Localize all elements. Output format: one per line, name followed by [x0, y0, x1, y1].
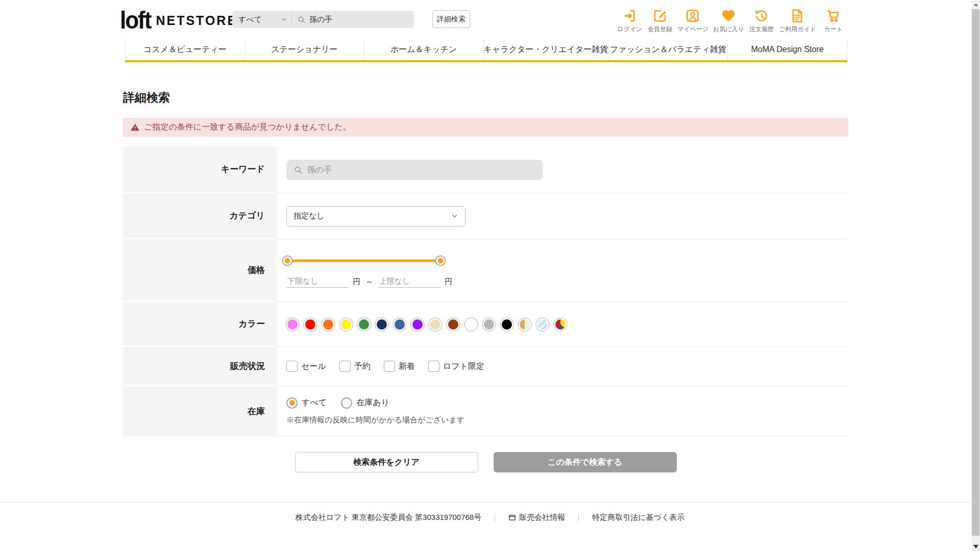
color-swatch-pink[interactable]	[286, 318, 299, 331]
chevron-down-icon	[280, 16, 287, 23]
sales-status-label: 販売状況	[123, 347, 277, 386]
favorites-link[interactable]: お気に入り	[713, 7, 744, 34]
login-link[interactable]: ログイン	[617, 7, 643, 34]
window-icon	[508, 514, 516, 521]
price-slider-handle-max[interactable]	[436, 257, 445, 265]
price-range-slider	[287, 254, 440, 267]
color-swatch-gray[interactable]	[483, 318, 495, 331]
nav-item-fashion[interactable]: ファッション＆バラエティ雑貨	[608, 39, 727, 60]
login-icon	[622, 7, 638, 23]
mypage-label: マイページ	[677, 25, 708, 34]
page-title: 詳細検索	[123, 90, 848, 106]
form-row-stock: 在庫 すべて 在庫あり ※在庫情報の反映に時間がかかる場合がございます	[123, 386, 848, 436]
register-label: 会員登録	[648, 25, 672, 34]
radio-stock-available[interactable]: 在庫あり	[341, 397, 389, 409]
scrollbar[interactable]	[971, 0, 980, 551]
stock-note: ※在庫情報の反映に時間がかかる場合がございます	[286, 415, 848, 425]
color-swatch-white[interactable]	[465, 318, 477, 331]
checkbox-new-arrival[interactable]: 新着	[384, 361, 415, 372]
search-with-conditions-button[interactable]: この条件で検索する	[494, 452, 677, 472]
mypage-link[interactable]: マイページ	[677, 7, 708, 34]
main-content: 詳細検索 ご指定の条件に一致する商品が見つかりませんでした。 キーワード	[123, 62, 848, 472]
price-max-input[interactable]	[378, 276, 440, 288]
category-label: カテゴリ	[123, 193, 277, 239]
footer-separator	[495, 514, 495, 521]
color-swatch-brown[interactable]	[447, 318, 459, 331]
keyword-field	[286, 160, 543, 180]
checkbox-sale-label: セール	[301, 361, 326, 372]
price-range-separator: ～	[365, 277, 373, 287]
radio-stock-all[interactable]: すべて	[286, 397, 327, 409]
form-row-category: カテゴリ 指定なし	[123, 193, 848, 239]
color-swatch-purple[interactable]	[411, 318, 424, 331]
nav-item-cosme[interactable]: コスメ＆ビューティー	[125, 39, 244, 60]
cart-link[interactable]: カート	[821, 7, 846, 34]
form-row-sales-status: 販売状況 セール 予約 新着	[123, 347, 848, 386]
form-row-price: 価格 円 ～ 円	[123, 239, 848, 302]
form-row-keyword: キーワード	[123, 146, 848, 193]
checkbox-reservation[interactable]: 予約	[339, 361, 371, 372]
order-history-icon	[754, 7, 769, 23]
site-header: loft NETSTORE すべて 詳細検索	[0, 0, 980, 39]
category-nav: コスメ＆ビューティー ステーショナリー ホーム＆キッチン キャラクター・クリエイ…	[125, 39, 847, 62]
price-min-input[interactable]	[286, 276, 349, 288]
checkbox-loft-limited[interactable]: ロフト限定	[428, 361, 484, 372]
guide-document-icon	[790, 7, 805, 23]
form-buttons: 検索条件をクリア この条件で検索する	[123, 452, 848, 472]
checkbox-box	[428, 361, 439, 372]
loft-logo[interactable]: loft NETSTORE	[120, 9, 237, 32]
category-select[interactable]: 指定なし	[286, 206, 465, 227]
scrollbar-thumb[interactable]	[972, 9, 979, 536]
color-swatch-blue[interactable]	[394, 318, 406, 331]
chevron-down-icon	[451, 212, 458, 220]
nav-item-moma[interactable]: MoMA Design Store	[727, 39, 847, 60]
color-swatches	[286, 318, 848, 331]
footer-company-info-link[interactable]: 販売会社情報	[508, 513, 565, 522]
clear-conditions-button[interactable]: 検索条件をクリア	[295, 452, 478, 472]
color-swatch-yellow[interactable]	[340, 318, 352, 331]
scroll-down-arrow-icon[interactable]	[973, 545, 978, 548]
guide-link[interactable]: ご利用ガイド	[779, 7, 816, 34]
search-category-select[interactable]: すべて	[232, 11, 291, 28]
form-row-color: カラー	[123, 302, 848, 347]
color-swatch-green[interactable]	[358, 318, 370, 331]
nav-item-stationery[interactable]: ステーショナリー	[244, 39, 364, 60]
error-message: ご指定の条件に一致する商品が見つかりませんでした。	[144, 122, 351, 133]
color-swatch-multicolor[interactable]	[554, 318, 567, 331]
checkbox-sale[interactable]: セール	[286, 361, 326, 372]
price-slider-track	[287, 260, 440, 262]
search-icon	[297, 15, 306, 24]
footer-legal-link[interactable]: 特定商取引法に基づく表示	[592, 513, 684, 522]
logo-loft-text: loft	[120, 8, 151, 33]
footer-company-text: 株式会社ロフト 東京都公安委員会 第303319700768号	[296, 513, 482, 522]
checkbox-new-arrival-label: 新着	[399, 361, 415, 372]
nav-item-home-kitchen[interactable]: ホーム＆キッチン	[364, 39, 483, 60]
color-swatch-gold-silver[interactable]	[519, 318, 531, 331]
color-swatch-black[interactable]	[501, 318, 513, 331]
checkbox-box	[286, 361, 298, 372]
scroll-up-arrow-icon[interactable]	[973, 3, 978, 6]
nav-item-character[interactable]: キャラクター・クリエイター雑貨	[483, 39, 608, 60]
header-search-bar: すべて	[232, 11, 414, 28]
color-swatch-orange[interactable]	[322, 318, 334, 331]
order-history-link[interactable]: 注文履歴	[749, 7, 774, 34]
color-swatch-red[interactable]	[304, 318, 316, 331]
footer-legal-label: 特定商取引法に基づく表示	[592, 513, 684, 522]
header-search-input[interactable]	[309, 15, 406, 24]
register-link[interactable]: 会員登録	[647, 7, 673, 34]
color-swatch-navy[interactable]	[376, 318, 388, 331]
color-swatch-clear[interactable]	[536, 318, 549, 331]
header-quick-links: ログイン 会員登録 マイページ	[617, 7, 846, 34]
warning-triangle-icon	[130, 122, 140, 132]
cart-icon	[826, 7, 841, 23]
site-footer: 株式会社ロフト 東京都公安委員会 第303319700768号 販売会社情報 特…	[0, 502, 980, 522]
radio-button-selected	[286, 397, 298, 409]
keyword-input[interactable]	[307, 165, 543, 174]
detail-search-button[interactable]: 詳細検索	[432, 10, 470, 28]
favorites-label: お気に入り	[713, 25, 744, 34]
price-label: 価格	[123, 239, 277, 302]
sales-status-options: セール 予約 新着 ロフト限定	[286, 361, 848, 372]
color-swatch-beige[interactable]	[429, 318, 442, 331]
price-slider-handle-min[interactable]	[283, 257, 292, 265]
login-label: ログイン	[617, 25, 642, 34]
